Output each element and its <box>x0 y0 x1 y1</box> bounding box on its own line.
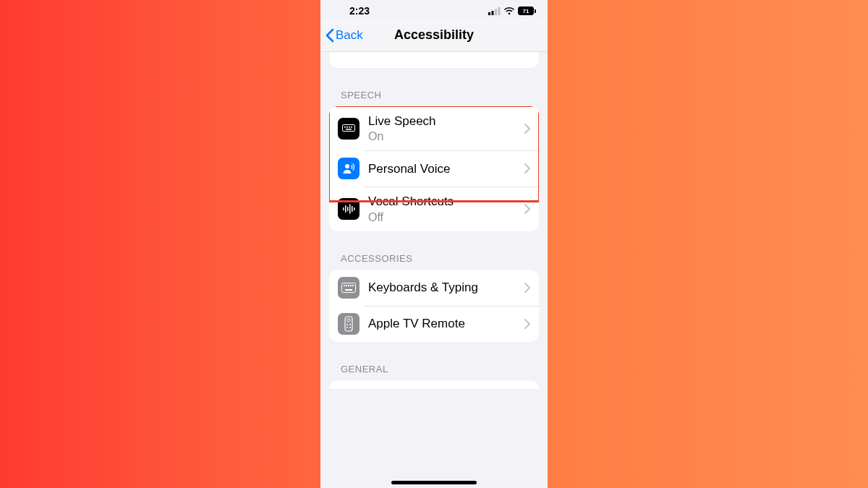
status-icons: 71 <box>488 7 536 15</box>
svg-rect-5 <box>344 127 346 128</box>
svg-point-26 <box>346 324 348 325</box>
svg-point-25 <box>347 319 350 322</box>
group-general <box>329 380 539 389</box>
svg-rect-1 <box>492 11 494 15</box>
svg-rect-2 <box>495 9 497 15</box>
svg-rect-20 <box>348 285 349 286</box>
row-apple-tv-remote[interactable]: Apple TV Remote <box>329 306 539 342</box>
group-speech: Live Speech On Personal Voice <box>329 106 539 231</box>
wifi-icon <box>503 7 515 15</box>
nav-bar: Back Accessibility <box>320 19 548 52</box>
row-sub: Off <box>368 210 520 224</box>
svg-rect-4 <box>343 124 355 131</box>
svg-rect-15 <box>352 206 353 212</box>
person-voice-icon <box>338 158 359 179</box>
chevron-right-icon <box>524 283 530 293</box>
keyboard-speech-icon <box>338 118 359 140</box>
svg-point-29 <box>349 327 351 328</box>
tv-remote-icon <box>338 313 359 335</box>
phone-frame: 2:23 71 Back Accessibility SPEECH <box>320 0 548 488</box>
row-keyboards-typing[interactable]: Keyboards & Typing <box>329 270 539 306</box>
row-sub: On <box>368 129 520 143</box>
svg-rect-9 <box>346 129 352 130</box>
row-vocal-shortcuts[interactable]: Vocal Shortcuts Off <box>329 187 539 231</box>
section-header-accessories: ACCESSORIES <box>320 231 548 270</box>
svg-rect-11 <box>343 207 344 210</box>
svg-rect-6 <box>346 127 348 128</box>
home-indicator[interactable] <box>391 481 477 484</box>
chevron-right-icon <box>524 204 530 214</box>
svg-rect-17 <box>342 283 356 292</box>
page-title: Accessibility <box>320 27 548 43</box>
svg-rect-19 <box>346 285 347 286</box>
status-bar: 2:23 71 <box>320 0 548 19</box>
battery-icon: 71 <box>518 7 536 15</box>
svg-rect-13 <box>347 207 349 211</box>
row-label: Apple TV Remote <box>368 316 520 331</box>
svg-rect-22 <box>352 285 354 286</box>
svg-point-28 <box>346 327 348 328</box>
chevron-right-icon <box>524 124 530 134</box>
svg-rect-21 <box>350 285 352 286</box>
svg-rect-7 <box>349 127 350 128</box>
svg-rect-18 <box>344 285 345 286</box>
row-label: Live Speech <box>368 114 520 129</box>
row-personal-voice[interactable]: Personal Voice <box>329 150 539 187</box>
svg-rect-0 <box>488 12 490 15</box>
svg-rect-16 <box>354 207 355 210</box>
row-label: Vocal Shortcuts <box>368 194 520 209</box>
svg-rect-12 <box>345 205 346 213</box>
row-live-speech[interactable]: Live Speech On <box>329 106 539 150</box>
svg-rect-14 <box>349 205 351 214</box>
chevron-right-icon <box>524 163 530 174</box>
svg-rect-8 <box>351 127 352 128</box>
section-header-general: GENERAL <box>320 342 548 380</box>
settings-scroll[interactable]: SPEECH Live Speech On <box>320 52 548 488</box>
svg-point-27 <box>349 324 351 325</box>
svg-rect-23 <box>345 289 352 291</box>
cellular-icon <box>488 7 501 15</box>
row-label: Keyboards & Typing <box>368 280 520 295</box>
row-label: Personal Voice <box>368 161 520 176</box>
section-header-speech: SPEECH <box>320 68 548 106</box>
svg-point-10 <box>345 164 349 168</box>
previous-group-edge <box>329 52 539 68</box>
svg-rect-3 <box>498 7 501 15</box>
status-time: 2:23 <box>349 5 370 17</box>
chevron-right-icon <box>524 319 530 329</box>
waveform-icon <box>338 198 359 220</box>
group-accessories: Keyboards & Typing Apple TV Remote <box>329 270 539 342</box>
keyboard-icon <box>338 277 359 299</box>
